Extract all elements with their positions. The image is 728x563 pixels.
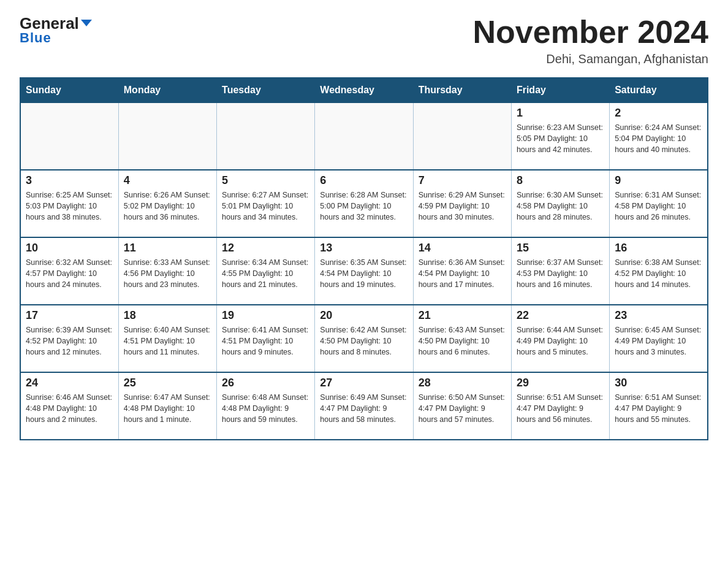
day-info: Sunrise: 6:38 AM Sunset: 4:52 PM Dayligh… <box>615 257 702 290</box>
day-number: 13 <box>320 242 408 255</box>
weekday-header-saturday: Saturday <box>610 78 708 102</box>
calendar-cell: 26Sunrise: 6:48 AM Sunset: 4:48 PM Dayli… <box>217 372 315 440</box>
calendar-cell: 13Sunrise: 6:35 AM Sunset: 4:54 PM Dayli… <box>315 237 413 305</box>
day-info: Sunrise: 6:40 AM Sunset: 4:51 PM Dayligh… <box>124 324 211 358</box>
day-info: Sunrise: 6:25 AM Sunset: 5:03 PM Dayligh… <box>26 190 113 223</box>
day-info: Sunrise: 6:41 AM Sunset: 4:51 PM Dayligh… <box>222 324 309 358</box>
day-info: Sunrise: 6:49 AM Sunset: 4:47 PM Dayligh… <box>320 392 408 425</box>
calendar-cell: 12Sunrise: 6:34 AM Sunset: 4:55 PM Dayli… <box>217 237 315 305</box>
calendar-week-row: 17Sunrise: 6:39 AM Sunset: 4:52 PM Dayli… <box>20 305 708 372</box>
day-number: 26 <box>222 377 309 389</box>
calendar-cell: 10Sunrise: 6:32 AM Sunset: 4:57 PM Dayli… <box>20 237 118 305</box>
calendar-cell: 7Sunrise: 6:29 AM Sunset: 4:59 PM Daylig… <box>413 170 511 237</box>
calendar-week-row: 3Sunrise: 6:25 AM Sunset: 5:03 PM Daylig… <box>20 170 708 237</box>
calendar-week-row: 10Sunrise: 6:32 AM Sunset: 4:57 PM Dayli… <box>20 237 708 305</box>
calendar-cell <box>413 102 511 170</box>
calendar-cell: 27Sunrise: 6:49 AM Sunset: 4:47 PM Dayli… <box>315 372 413 440</box>
calendar-cell: 1Sunrise: 6:23 AM Sunset: 5:05 PM Daylig… <box>511 102 609 170</box>
calendar-cell: 14Sunrise: 6:36 AM Sunset: 4:54 PM Dayli… <box>413 237 511 305</box>
calendar-cell: 25Sunrise: 6:47 AM Sunset: 4:48 PM Dayli… <box>118 372 216 440</box>
day-info: Sunrise: 6:23 AM Sunset: 5:05 PM Dayligh… <box>517 122 604 155</box>
calendar-cell: 28Sunrise: 6:50 AM Sunset: 4:47 PM Dayli… <box>413 372 511 440</box>
day-info: Sunrise: 6:42 AM Sunset: 4:50 PM Dayligh… <box>320 324 408 358</box>
day-number: 7 <box>419 174 506 187</box>
location-title: Dehi, Samangan, Afghanistan <box>473 52 708 66</box>
calendar-cell: 22Sunrise: 6:44 AM Sunset: 4:49 PM Dayli… <box>511 305 609 372</box>
day-number: 17 <box>26 309 113 322</box>
day-number: 1 <box>517 107 604 120</box>
day-number: 12 <box>222 242 309 255</box>
day-info: Sunrise: 6:37 AM Sunset: 4:53 PM Dayligh… <box>517 257 604 290</box>
calendar-week-row: 1Sunrise: 6:23 AM Sunset: 5:05 PM Daylig… <box>20 102 708 170</box>
day-number: 4 <box>124 174 211 187</box>
calendar-header-row: SundayMondayTuesdayWednesdayThursdayFrid… <box>20 78 708 102</box>
calendar-cell <box>20 102 118 170</box>
day-info: Sunrise: 6:33 AM Sunset: 4:56 PM Dayligh… <box>124 257 211 290</box>
weekday-header-friday: Friday <box>511 78 609 102</box>
calendar-cell: 16Sunrise: 6:38 AM Sunset: 4:52 PM Dayli… <box>610 237 708 305</box>
day-number: 14 <box>419 242 506 255</box>
calendar-week-row: 24Sunrise: 6:46 AM Sunset: 4:48 PM Dayli… <box>20 372 708 440</box>
calendar-cell: 11Sunrise: 6:33 AM Sunset: 4:56 PM Dayli… <box>118 237 216 305</box>
day-number: 25 <box>124 377 211 389</box>
calendar-cell: 15Sunrise: 6:37 AM Sunset: 4:53 PM Dayli… <box>511 237 609 305</box>
day-number: 9 <box>615 174 702 187</box>
day-info: Sunrise: 6:43 AM Sunset: 4:50 PM Dayligh… <box>419 324 506 358</box>
day-number: 6 <box>320 174 408 187</box>
logo-blue: Blue <box>20 30 51 46</box>
day-info: Sunrise: 6:50 AM Sunset: 4:47 PM Dayligh… <box>419 392 506 425</box>
day-number: 27 <box>320 377 408 389</box>
month-title: November 2024 <box>473 15 708 50</box>
calendar-cell: 2Sunrise: 6:24 AM Sunset: 5:04 PM Daylig… <box>610 102 708 170</box>
weekday-header-sunday: Sunday <box>20 78 118 102</box>
day-info: Sunrise: 6:26 AM Sunset: 5:02 PM Dayligh… <box>124 190 211 223</box>
day-info: Sunrise: 6:35 AM Sunset: 4:54 PM Dayligh… <box>320 257 408 290</box>
day-number: 20 <box>320 309 408 322</box>
calendar-cell <box>315 102 413 170</box>
day-info: Sunrise: 6:32 AM Sunset: 4:57 PM Dayligh… <box>26 257 113 290</box>
day-number: 10 <box>26 242 113 255</box>
day-number: 28 <box>419 377 506 389</box>
day-info: Sunrise: 6:36 AM Sunset: 4:54 PM Dayligh… <box>419 257 506 290</box>
calendar-cell: 18Sunrise: 6:40 AM Sunset: 4:51 PM Dayli… <box>118 305 216 372</box>
calendar-cell: 17Sunrise: 6:39 AM Sunset: 4:52 PM Dayli… <box>20 305 118 372</box>
weekday-header-thursday: Thursday <box>413 78 511 102</box>
day-info: Sunrise: 6:51 AM Sunset: 4:47 PM Dayligh… <box>615 392 702 425</box>
calendar-cell: 20Sunrise: 6:42 AM Sunset: 4:50 PM Dayli… <box>315 305 413 372</box>
day-info: Sunrise: 6:51 AM Sunset: 4:47 PM Dayligh… <box>517 392 604 425</box>
calendar-cell: 24Sunrise: 6:46 AM Sunset: 4:48 PM Dayli… <box>20 372 118 440</box>
day-number: 8 <box>517 174 604 187</box>
calendar-cell: 9Sunrise: 6:31 AM Sunset: 4:58 PM Daylig… <box>610 170 708 237</box>
calendar-cell <box>118 102 216 170</box>
calendar-cell: 23Sunrise: 6:45 AM Sunset: 4:49 PM Dayli… <box>610 305 708 372</box>
day-number: 18 <box>124 309 211 322</box>
day-number: 11 <box>124 242 211 255</box>
calendar-cell: 21Sunrise: 6:43 AM Sunset: 4:50 PM Dayli… <box>413 305 511 372</box>
calendar-cell: 3Sunrise: 6:25 AM Sunset: 5:03 PM Daylig… <box>20 170 118 237</box>
calendar-cell: 8Sunrise: 6:30 AM Sunset: 4:58 PM Daylig… <box>511 170 609 237</box>
day-number: 29 <box>517 377 604 389</box>
calendar-cell: 4Sunrise: 6:26 AM Sunset: 5:02 PM Daylig… <box>118 170 216 237</box>
day-info: Sunrise: 6:39 AM Sunset: 4:52 PM Dayligh… <box>26 324 113 358</box>
day-number: 24 <box>26 377 113 389</box>
day-info: Sunrise: 6:31 AM Sunset: 4:58 PM Dayligh… <box>615 190 702 223</box>
day-number: 16 <box>615 242 702 255</box>
calendar-cell: 5Sunrise: 6:27 AM Sunset: 5:01 PM Daylig… <box>217 170 315 237</box>
day-number: 15 <box>517 242 604 255</box>
logo: General Blue <box>20 15 92 46</box>
day-info: Sunrise: 6:27 AM Sunset: 5:01 PM Dayligh… <box>222 190 309 223</box>
page-header: General Blue November 2024 Dehi, Samanga… <box>20 15 708 66</box>
day-info: Sunrise: 6:34 AM Sunset: 4:55 PM Dayligh… <box>222 257 309 290</box>
day-number: 30 <box>615 377 702 389</box>
day-info: Sunrise: 6:30 AM Sunset: 4:58 PM Dayligh… <box>517 190 604 223</box>
day-info: Sunrise: 6:45 AM Sunset: 4:49 PM Dayligh… <box>615 324 702 358</box>
day-number: 3 <box>26 174 113 187</box>
calendar-table: SundayMondayTuesdayWednesdayThursdayFrid… <box>20 77 708 440</box>
weekday-header-tuesday: Tuesday <box>217 78 315 102</box>
day-number: 23 <box>615 309 702 322</box>
day-info: Sunrise: 6:47 AM Sunset: 4:48 PM Dayligh… <box>124 392 211 425</box>
day-number: 5 <box>222 174 309 187</box>
day-info: Sunrise: 6:46 AM Sunset: 4:48 PM Dayligh… <box>26 392 113 425</box>
title-block: November 2024 Dehi, Samangan, Afghanista… <box>473 15 708 66</box>
calendar-cell: 19Sunrise: 6:41 AM Sunset: 4:51 PM Dayli… <box>217 305 315 372</box>
